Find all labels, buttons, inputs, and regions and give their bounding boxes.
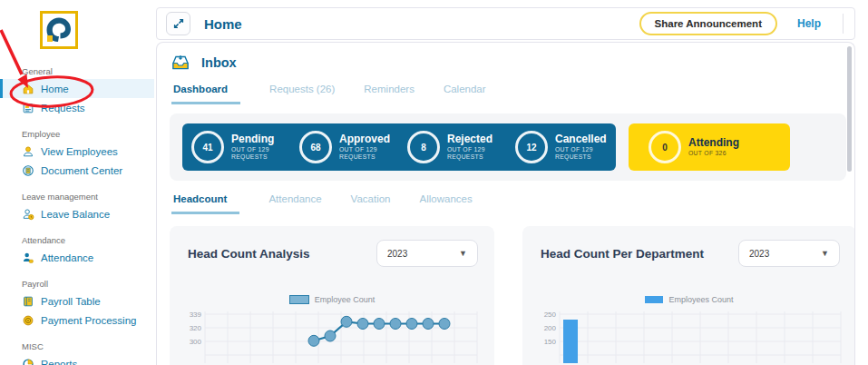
payment-processing-icon	[22, 314, 34, 327]
stat-sublabel: OUT OF 129 REQUESTS	[447, 146, 506, 161]
stat-ring: 12	[515, 131, 548, 163]
stat-pending: 41 Pending OUT OF 129 REQUESTS	[182, 131, 290, 163]
bar-chart: 250200150	[531, 309, 848, 363]
sidebar-item-view-employees[interactable]: View Employees	[0, 142, 154, 161]
tab-allowances[interactable]: Allowances	[420, 193, 473, 214]
view-employees-icon	[22, 145, 34, 158]
svg-text:339: 339	[190, 311, 202, 319]
sidebar-item-leave-balance[interactable]: Leave Balance	[0, 204, 154, 223]
sidebar-item-label: Requests	[41, 103, 85, 113]
line-chart: 339320300	[178, 309, 486, 363]
sidebar-item-home[interactable]: Home	[0, 79, 154, 98]
svg-text:250: 250	[544, 311, 557, 319]
sidebar-item-label: Payment Processing	[41, 315, 136, 326]
chart-legend: Employees Count	[522, 294, 855, 305]
sidebar-item-document-center[interactable]: Document Center	[0, 161, 154, 180]
head-count-per-department-card: Head Count Per Department 2023 ▼ Employe…	[522, 226, 855, 365]
legend-label: Employee Count	[315, 295, 375, 304]
tab-requests[interactable]: Requests (26)	[269, 84, 335, 104]
year-select[interactable]: 2023 ▼	[738, 240, 840, 267]
stat-attending: 0 Attending OUT OF 326	[629, 131, 739, 163]
section-label-general: General	[22, 66, 154, 76]
requests-icon	[22, 102, 34, 114]
stat-rejected: 8 Rejected OUT OF 129 REQUESTS	[398, 131, 506, 163]
stat-label: Rejected	[447, 133, 506, 146]
home-icon	[22, 83, 34, 95]
year-select-value: 2023	[749, 249, 769, 259]
help-link[interactable]: Help	[797, 17, 821, 30]
stat-cancelled: 12 Cancelled OUT OF 129 REQUESTS	[506, 131, 614, 163]
inbox-title: Inbox	[201, 55, 237, 70]
stat-ring: 0	[649, 131, 681, 163]
expand-icon	[172, 17, 185, 30]
chart-title: Head Count Analysis	[188, 247, 310, 261]
sidebar-item-label: Reports	[41, 359, 77, 365]
svg-text:150: 150	[544, 338, 557, 346]
stat-sublabel: OUT OF 129 REQUESTS	[231, 146, 290, 161]
chart-title: Head Count Per Department	[541, 247, 704, 261]
section-label-misc: MISC	[22, 341, 154, 351]
section-label-leave-management: Leave management	[22, 192, 154, 202]
sidebar-item-payment-processing[interactable]: Payment Processing	[0, 311, 154, 330]
attendance-icon	[22, 252, 34, 264]
svg-text:320: 320	[190, 324, 202, 332]
top-bar: Home Share Announcement Help	[156, 7, 855, 40]
sidebar-item-requests[interactable]: Requests	[0, 98, 154, 117]
sidebar-item-label: Attendance	[41, 252, 93, 263]
stat-ring: 41	[191, 131, 224, 163]
stat-label: Attending	[688, 137, 739, 150]
main-content: Inbox Dashboard Requests (26) Reminders …	[156, 42, 855, 365]
document-center-icon	[22, 164, 34, 177]
legend-swatch	[289, 295, 309, 304]
inbox-tabs: Dashboard Requests (26) Reminders Calend…	[171, 84, 486, 104]
page-title: Home	[204, 16, 242, 32]
section-label-employee: Employee	[22, 129, 154, 139]
stat-label: Cancelled	[555, 133, 614, 146]
payroll-table-icon	[22, 295, 34, 308]
stat-ring: 8	[407, 131, 440, 163]
year-select[interactable]: 2023 ▼	[376, 240, 478, 267]
share-announcement-button[interactable]: Share Announcement	[639, 12, 777, 35]
tab-vacation[interactable]: Vacation	[351, 193, 391, 214]
expand-button[interactable]	[166, 12, 190, 35]
analytics-tabs: Headcount Attendance Vacation Allowances	[171, 193, 473, 214]
inbox-icon	[171, 54, 190, 71]
chevron-down-icon: ▼	[459, 249, 467, 258]
tab-calendar[interactable]: Calendar	[444, 84, 486, 104]
section-label-attendance: Attendance	[22, 235, 154, 245]
stat-label: Approved	[339, 133, 398, 146]
header-divider	[843, 14, 844, 34]
stats-panel: 41 Pending OUT OF 129 REQUESTS 68 Approv…	[170, 113, 846, 181]
tab-reminders[interactable]: Reminders	[364, 84, 414, 104]
tab-attendance[interactable]: Attendance	[268, 193, 321, 214]
chevron-down-icon: ▼	[821, 249, 829, 258]
sidebar-item-label: Leave Balance	[41, 209, 110, 220]
legend-swatch	[645, 296, 663, 303]
stat-label: Pending	[231, 133, 290, 146]
sidebar: General Home Requests Employee View Empl…	[0, 0, 154, 365]
svg-text:300: 300	[190, 338, 202, 346]
legend-label: Employees Count	[668, 295, 733, 304]
leave-balance-icon	[22, 208, 34, 221]
stat-approved: 68 Approved OUT OF 129 REQUESTS	[290, 131, 398, 163]
head-count-analysis-card: Head Count Analysis 2023 ▼ Employee Coun…	[170, 226, 494, 365]
scrollbar[interactable]	[847, 46, 852, 172]
section-label-payroll: Payroll	[22, 279, 154, 289]
sidebar-item-label: Payroll Table	[41, 296, 101, 307]
stat-sublabel: OUT OF 129 REQUESTS	[339, 146, 398, 161]
sidebar-item-attendance[interactable]: Attendance	[0, 248, 154, 267]
attending-card: 0 Attending OUT OF 326	[629, 123, 790, 171]
chart-legend: Employee Count	[170, 294, 494, 305]
sidebar-item-reports[interactable]: Reports	[0, 354, 154, 365]
tab-headcount[interactable]: Headcount	[171, 193, 239, 214]
inbox-header: Inbox	[171, 54, 237, 71]
sidebar-item-label: Home	[41, 84, 69, 94]
year-select-value: 2023	[387, 249, 407, 259]
sidebar-item-label: Document Center	[41, 165, 122, 176]
tab-dashboard[interactable]: Dashboard	[171, 84, 240, 104]
request-stats-bar: 41 Pending OUT OF 129 REQUESTS 68 Approv…	[182, 123, 616, 171]
sidebar-item-payroll-table[interactable]: Payroll Table	[0, 291, 154, 311]
sidebar-item-label: View Employees	[41, 146, 118, 157]
stat-ring: 68	[299, 131, 332, 163]
stat-sublabel: OUT OF 326	[688, 150, 739, 157]
